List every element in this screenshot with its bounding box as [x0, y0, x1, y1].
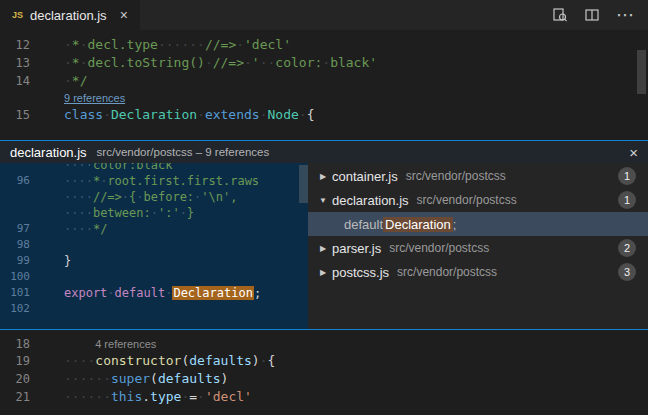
js-file-icon: JS: [12, 10, 23, 20]
reference-line-row[interactable]: default Declaration;: [308, 212, 648, 236]
reference-text: ;: [453, 217, 457, 232]
code-token: ·: [236, 37, 244, 52]
line-number: 96: [0, 173, 64, 189]
code-token: ····: [64, 174, 93, 188]
code-line[interactable]: 102: [0, 301, 308, 317]
code-token: class: [64, 107, 103, 122]
code-line[interactable]: 12·*·decl.type······//=>·'decl': [0, 36, 648, 54]
codelens-references-link[interactable]: 4 references: [95, 338, 156, 350]
line-content: ·*·decl.type······//=>·'decl': [64, 36, 291, 54]
file-path: src/vendor/postcss: [417, 193, 517, 207]
codelens-references-link[interactable]: 9 references: [64, 92, 125, 104]
code-token: ·: [107, 286, 114, 300]
peek-view: declaration.js src/vendor/postcss – 9 re…: [0, 140, 648, 330]
tab-close-icon[interactable]: ×: [120, 7, 128, 23]
code-token: *: [72, 55, 80, 70]
editor-top: 12·*·decl.type······//=>·'decl'13·*·decl…: [0, 30, 648, 140]
code-line[interactable]: 21······this.type·=·'decl': [0, 388, 648, 406]
peek-header: declaration.js src/vendor/postcss – 9 re…: [0, 141, 648, 163]
reference-file-row[interactable]: ▶container.jssrc/vendor/postcss1: [308, 164, 648, 188]
code-token: ····: [64, 222, 93, 236]
code-token: *: [72, 37, 80, 52]
code-line[interactable]: 98: [0, 237, 308, 253]
code-token: type: [150, 389, 181, 404]
file-path: src/vendor/postcss: [389, 241, 489, 255]
scrollbar-thumb[interactable]: [299, 165, 308, 203]
line-content: ······this.type·=·'decl': [64, 388, 252, 406]
code-line[interactable]: 97····*/: [0, 221, 308, 237]
line-content: ····//=>·{·before:·'\n',: [64, 189, 237, 205]
code-token: root.first.first.raws: [107, 174, 259, 188]
scrollbar-thumb[interactable]: [637, 50, 646, 94]
code-token: ·: [64, 37, 72, 52]
code-token: ····: [64, 190, 93, 204]
code-token: 'decl': [244, 37, 291, 52]
chevron-right-icon[interactable]: ▶: [314, 172, 332, 181]
code-line[interactable]: 20······super(defaults): [0, 370, 648, 388]
code-line[interactable]: ····between:·':'·}: [0, 205, 308, 221]
code-token: ······: [64, 389, 111, 404]
code-token: //=>: [93, 190, 122, 204]
code-line[interactable]: 96····*·root.first.first.raws: [0, 173, 308, 189]
peek-body: ····color:black96····*·root.first.first.…: [0, 163, 648, 329]
match-highlight: Declaration: [172, 286, 253, 300]
code-token: ·: [64, 73, 72, 88]
chevron-right-icon[interactable]: ▶: [314, 268, 332, 277]
tab-declaration-js[interactable]: JS declaration.js ×: [0, 0, 140, 30]
code-token: extends: [205, 107, 260, 122]
line-number: [0, 205, 64, 221]
code-token: ····: [64, 206, 93, 220]
code-line[interactable]: 15class·Declaration·extends·Node·{: [0, 106, 648, 124]
code-line[interactable]: 101export·default·Declaration;: [0, 285, 308, 301]
tab-label: declaration.js: [30, 8, 107, 23]
code-token: defaults: [158, 371, 221, 386]
reference-file-row[interactable]: ▶parser.jssrc/vendor/postcss2: [308, 236, 648, 260]
code-token: ··: [260, 55, 276, 70]
code-line[interactable]: 19····constructor(defaults)·{: [0, 352, 648, 370]
line-number: 101: [0, 285, 64, 301]
code-token: this: [111, 389, 142, 404]
code-line[interactable]: 99}: [0, 253, 308, 269]
line-content: 4 references: [64, 336, 156, 352]
code-line[interactable]: 14·*/: [0, 72, 648, 90]
split-editor-icon[interactable]: [584, 7, 600, 23]
more-actions-icon[interactable]: ⋯: [616, 7, 634, 23]
code-token: ':': [158, 206, 180, 220]
code-token: color:black: [93, 163, 172, 172]
code-token: {: [307, 107, 315, 122]
code-token: ·: [244, 55, 252, 70]
codelens-row[interactable]: 184 references: [0, 336, 648, 352]
code-token: color:: [275, 55, 322, 70]
line-number: 97: [0, 221, 64, 237]
code-token: ;: [254, 286, 261, 300]
code-token: export: [64, 286, 107, 300]
line-content: class·Declaration·extends·Node·{: [64, 106, 314, 124]
code-line[interactable]: 100: [0, 269, 308, 285]
count-badge: 1: [618, 167, 636, 185]
line-content: }: [64, 253, 71, 269]
code-line[interactable]: 13·*·decl.toString()·//=>·'··color:·blac…: [0, 54, 648, 72]
reference-file-row[interactable]: ▶postcss.jssrc/vendor/postcss3: [308, 260, 648, 284]
code-token: ······: [64, 371, 111, 386]
file-search-icon[interactable]: [552, 7, 568, 23]
line-content: ·*/: [64, 72, 87, 90]
file-path: src/vendor/postcss: [406, 169, 506, 183]
reference-file-row[interactable]: ▼declaration.jssrc/vendor/postcss1: [308, 188, 648, 212]
code-token: Node: [268, 107, 299, 122]
code-token: black': [330, 55, 377, 70]
code-token: '\n',: [201, 190, 237, 204]
line-number: [0, 163, 64, 173]
code-token: ····: [64, 353, 95, 368]
code-token: ·: [260, 353, 268, 368]
code-token: ·: [122, 190, 129, 204]
code-line[interactable]: ····color:black: [0, 163, 308, 173]
editor-bottom: 184 references19····constructor(defaults…: [0, 330, 648, 414]
file-path: src/vendor/postcss: [397, 265, 497, 279]
file-name: parser.js: [332, 241, 381, 256]
chevron-down-icon[interactable]: ▼: [314, 196, 332, 205]
peek-close-icon[interactable]: ×: [629, 144, 638, 161]
code-token: ······: [158, 37, 205, 52]
chevron-right-icon[interactable]: ▶: [314, 244, 332, 253]
code-line[interactable]: ····//=>·{·before:·'\n',: [0, 189, 308, 205]
codelens-row[interactable]: 9 references: [0, 90, 648, 106]
